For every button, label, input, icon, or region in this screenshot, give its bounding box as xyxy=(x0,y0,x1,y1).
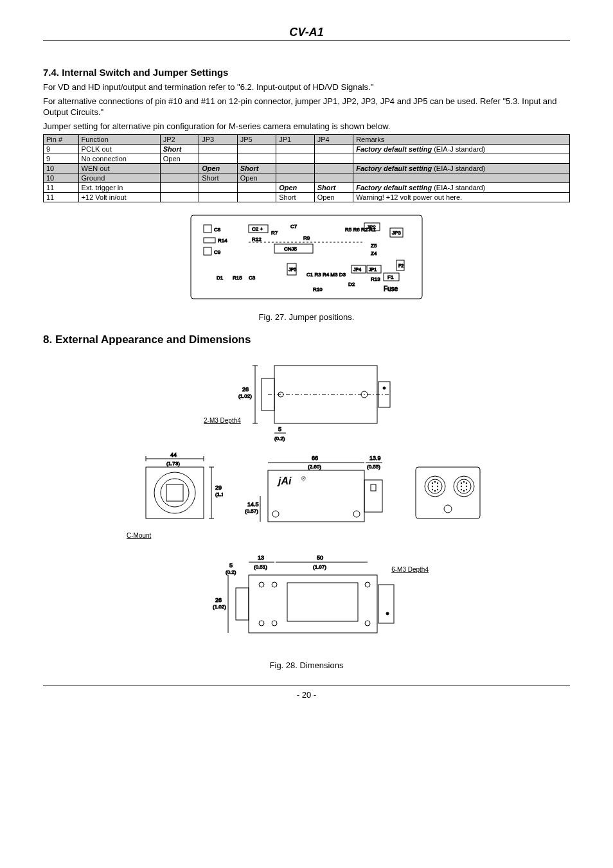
svg-point-113 xyxy=(272,582,277,587)
table-row: 11Ext. trigger inOpenShortFactory defaul… xyxy=(44,183,570,193)
svg-rect-59 xyxy=(166,484,183,501)
section-7-4-title: 7.4. Internal Switch and Jumper Settings xyxy=(43,67,570,78)
svg-rect-86 xyxy=(416,467,480,518)
svg-point-107 xyxy=(466,489,467,490)
svg-text:D2: D2 xyxy=(348,281,355,287)
svg-text:5: 5 xyxy=(278,426,281,432)
table-cell-remarks: Factory default setting (EIA-J standard) xyxy=(353,164,570,173)
table-cell: PCLK out xyxy=(78,145,160,154)
svg-text:JP4: JP4 xyxy=(353,267,361,272)
table-row: 9PCLK outShortFactory default setting (E… xyxy=(44,145,570,154)
svg-text:26: 26 xyxy=(215,597,222,603)
svg-text:R7: R7 xyxy=(271,230,278,236)
svg-rect-3 xyxy=(204,238,215,243)
svg-text:R9: R9 xyxy=(303,235,310,241)
svg-text:R10: R10 xyxy=(313,287,323,292)
svg-text:C1 R3 R4 M3 D3: C1 R3 R4 M3 D3 xyxy=(306,272,346,278)
table-cell: WEN out xyxy=(78,164,160,173)
table-cell-remarks: Factory default setting (EIA-J standard) xyxy=(353,145,570,154)
svg-point-112 xyxy=(259,582,264,587)
svg-text:(0.57): (0.57) xyxy=(245,508,258,514)
svg-rect-1 xyxy=(204,225,211,233)
table-cell xyxy=(160,193,199,202)
svg-point-96 xyxy=(437,486,438,487)
svg-text:C7: C7 xyxy=(290,224,298,229)
table-cell: 9 xyxy=(44,145,79,154)
top-view-diagram: 26 (1.02) 5 (0.2) 2-M3 Depth4 xyxy=(217,353,396,445)
svg-point-47 xyxy=(383,387,386,389)
table-cell xyxy=(237,183,276,193)
svg-text:14.5: 14.5 xyxy=(247,501,259,508)
svg-text:(2.60): (2.60) xyxy=(308,464,321,470)
para2: For alternative connections of pin #10 a… xyxy=(43,96,570,118)
table-cell: Short xyxy=(199,173,238,183)
table-cell: 10 xyxy=(44,164,79,173)
table-cell-remarks: Warning! +12 volt power out here. xyxy=(353,193,570,202)
table-row: 11+12 Volt in/outShortOpenWarning! +12 v… xyxy=(44,193,570,202)
table-header: JP5 xyxy=(237,135,276,145)
svg-text:jAi: jAi xyxy=(277,475,292,486)
table-cell xyxy=(276,145,315,154)
screw-label-bottom: 6-M3 Depth4 xyxy=(391,566,429,573)
table-row: 10WEN outOpenShortFactory default settin… xyxy=(44,164,570,173)
svg-text:F2: F2 xyxy=(398,263,404,268)
svg-text:JP1: JP1 xyxy=(369,267,377,272)
table-cell xyxy=(276,154,315,164)
svg-point-103 xyxy=(461,486,462,487)
para1: For VD and HD input/output and terminati… xyxy=(43,82,570,93)
svg-point-100 xyxy=(461,483,462,484)
svg-text:CNJ5: CNJ5 xyxy=(284,246,298,252)
svg-point-116 xyxy=(365,582,370,587)
svg-point-58 xyxy=(161,479,189,507)
jumper-table: Pin #FunctionJP2JP3JP5JP1JP4Remarks 9PCL… xyxy=(43,134,570,202)
svg-text:C2 +: C2 + xyxy=(252,226,263,232)
front-view-diagram: 44 (1.73) 29 (1.14) C-Mount xyxy=(127,451,223,536)
table-header: Function xyxy=(78,135,160,145)
svg-text:(1.02): (1.02) xyxy=(238,393,252,399)
svg-rect-5 xyxy=(204,247,211,255)
svg-point-111 xyxy=(386,612,389,615)
table-header: Pin # xyxy=(44,135,79,145)
svg-text:®: ® xyxy=(301,475,306,482)
table-cell: +12 Volt in/out xyxy=(78,193,160,202)
svg-text:(0.2): (0.2) xyxy=(226,569,236,575)
svg-text:(0.2): (0.2) xyxy=(274,436,285,441)
svg-text:50: 50 xyxy=(317,554,323,561)
svg-point-115 xyxy=(272,621,277,626)
screw-label: 2-M3 Depth4 xyxy=(204,417,241,424)
table-cell xyxy=(276,164,315,173)
fig27-caption: Fig. 27. Jumper positions. xyxy=(43,312,570,322)
page-header: CV-A1 xyxy=(43,26,570,41)
svg-text:(1.02): (1.02) xyxy=(213,604,226,610)
table-cell: Open xyxy=(276,183,315,193)
table-cell: 11 xyxy=(44,183,79,193)
table-cell: Short xyxy=(314,183,353,193)
table-cell: 10 xyxy=(44,173,79,183)
table-cell xyxy=(199,193,238,202)
table-cell-remarks: Factory default setting (EIA-J standard) xyxy=(353,183,570,193)
table-cell: Ground xyxy=(78,173,160,183)
table-cell: 9 xyxy=(44,154,79,164)
svg-text:F1: F1 xyxy=(387,274,394,280)
table-cell xyxy=(160,164,199,173)
pcb-diagram: C8 R14 C9 C2 + R12 R7 C7 R9 CNJ5 JP2 JP3… xyxy=(43,209,570,307)
svg-point-105 xyxy=(461,489,462,490)
svg-point-73 xyxy=(353,511,360,517)
fig28-caption: Fig. 28. Dimensions xyxy=(43,660,570,670)
svg-rect-74 xyxy=(371,484,376,491)
svg-text:29: 29 xyxy=(215,484,222,491)
table-header: Remarks xyxy=(353,135,570,145)
table-cell: Short xyxy=(276,193,315,202)
table-cell: Open xyxy=(314,193,353,202)
svg-point-72 xyxy=(272,511,279,517)
svg-text:C9: C9 xyxy=(214,249,221,255)
table-header: JP3 xyxy=(199,135,238,145)
table-cell: Open xyxy=(160,154,199,164)
svg-text:26: 26 xyxy=(242,386,249,393)
section-8-title: 8. External Appearance and Dimensions xyxy=(43,333,570,346)
table-cell: Ext. trigger in xyxy=(78,183,160,193)
table-row: 10GroundShortOpen xyxy=(44,173,570,183)
svg-text:(0.55): (0.55) xyxy=(367,464,380,470)
table-cell: Short xyxy=(160,145,199,154)
table-header: JP1 xyxy=(276,135,315,145)
